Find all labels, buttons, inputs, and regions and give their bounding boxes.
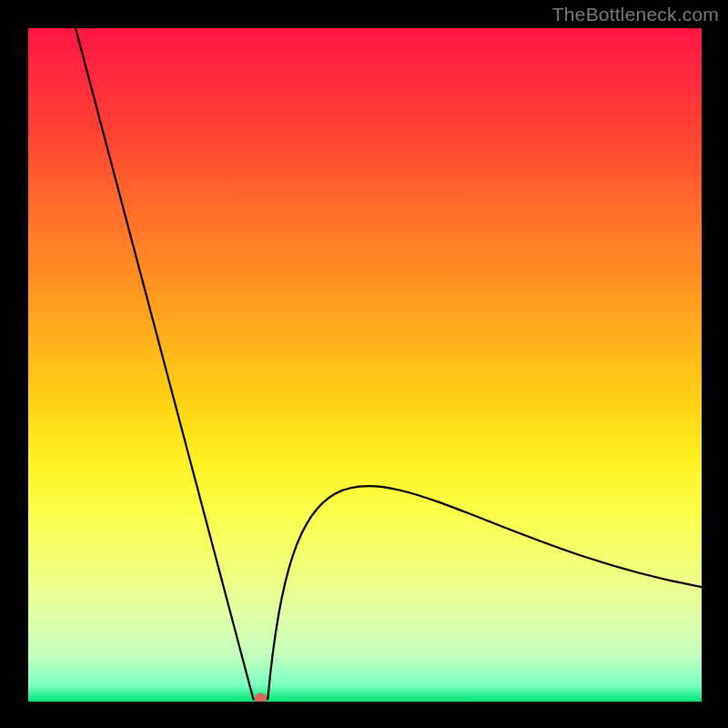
chart-frame: TheBottleneck.com	[0, 0, 728, 728]
watermark-text: TheBottleneck.com	[552, 4, 719, 25]
plot-area	[28, 28, 702, 702]
gradient-background	[28, 28, 702, 702]
